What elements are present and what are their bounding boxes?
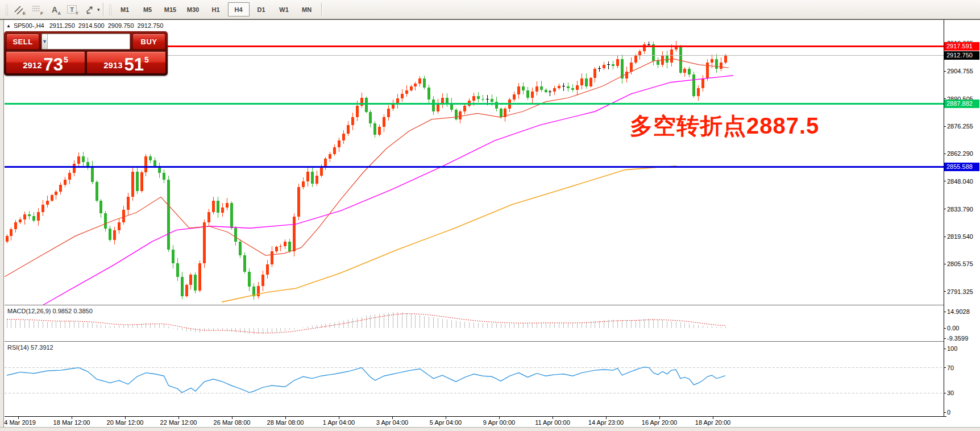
price-tag: 2855.588	[944, 163, 979, 171]
time-axis-label: 14 Apr 23:00	[588, 419, 624, 426]
timeframe-button-mn[interactable]: MN	[296, 2, 318, 16]
ma-slow-line	[222, 166, 676, 302]
volume-stepper: ▼ ▲	[41, 34, 130, 49]
timeframe-button-m5[interactable]: M5	[137, 2, 159, 16]
svg-text:A: A	[51, 5, 57, 14]
price-axis-label: 2904.755	[947, 68, 973, 74]
volume-input[interactable]	[48, 34, 130, 49]
rsi-scale-label: 0	[947, 409, 950, 416]
window-bottom-edge	[0, 427, 980, 431]
price-axis-label: 2819.540	[947, 233, 973, 240]
timeframe-button-w1[interactable]: W1	[273, 2, 295, 16]
low-value: 2909.750	[108, 22, 134, 29]
buy-price-sup: 5	[144, 55, 149, 64]
macd-scale-label: -9.3599	[947, 335, 968, 342]
rsi-value: 57.3912	[31, 344, 53, 351]
time-axis-label: 18 Mar 12:00	[53, 419, 90, 426]
timeframes-group: M1M5M15M30H1H4D1W1MN	[114, 2, 318, 16]
buy-price-button[interactable]: 2913 51 5	[87, 52, 165, 73]
sell-price-sup: 5	[64, 55, 68, 64]
fibonacci-tool-letter: F	[40, 11, 43, 16]
equidistant-channel-tool-letter: E	[23, 11, 26, 16]
time-axis-label: 1 Apr 04:00	[323, 419, 355, 426]
svg-text:T: T	[70, 6, 74, 13]
timeframe-button-m15[interactable]: M15	[160, 2, 181, 16]
sell-button[interactable]: SELL	[6, 34, 39, 49]
time-axis-label: 3 Apr 04:00	[376, 419, 408, 426]
volume-decrease-button[interactable]: ▼	[42, 34, 48, 49]
chart-annotation-text: 多空转折点2887.5	[630, 110, 819, 142]
time-axis-label: 14 Mar 2019	[1, 419, 36, 426]
rsi-line	[7, 367, 725, 393]
macd-scale-label: 14.9028	[947, 308, 970, 315]
rsi-scale-label: 100	[947, 345, 957, 352]
symbol-period-label: SP500-,H4	[14, 22, 44, 29]
text-tool-letter: A	[57, 11, 61, 16]
buy-button[interactable]: BUY	[132, 34, 165, 49]
fibonacci-tool-icon[interactable]: F	[28, 2, 45, 17]
chart-ohlc-header: ▲SP500-,H42911.2502914.5002909.7502912.7…	[6, 22, 167, 29]
time-axis-label: 20 Mar 12:00	[107, 419, 144, 426]
time-axis-label: 22 Mar 12:00	[160, 419, 197, 426]
price-tag: 2912.750	[944, 51, 979, 60]
timeframe-button-m1[interactable]: M1	[114, 2, 136, 16]
buy-price-prefix: 2913	[103, 60, 122, 70]
close-value: 2912.750	[138, 22, 164, 29]
ma-fast-line	[5, 59, 729, 277]
macd-scale-label: 0.00	[947, 325, 959, 331]
window-border	[0, 19, 980, 20]
label-tool-letter: T	[76, 11, 78, 16]
time-axis-label: 5 Apr 04:00	[430, 419, 462, 426]
equidistant-channel-tool-icon[interactable]: E	[11, 2, 27, 17]
timeframe-button-m30[interactable]: M30	[182, 2, 204, 16]
timeframe-button-d1[interactable]: D1	[251, 2, 272, 16]
time-axis-label: 16 Apr 20:00	[642, 419, 677, 426]
price-tag: 2917.591	[944, 42, 979, 51]
price-axis-label: 2805.575	[947, 260, 973, 267]
label-tool-icon[interactable]: TT	[64, 2, 80, 17]
time-axis-label: 9 Apr 00:00	[483, 419, 515, 426]
sell-price-big: 73	[44, 57, 63, 72]
rsi-scale-label: 30	[947, 389, 954, 396]
toolbar-separator	[103, 3, 103, 16]
price-axis-label: 2833.790	[947, 206, 973, 213]
macd-indicator-label: MACD(12,26,9) 0.9852 0.3850	[7, 308, 93, 314]
toolbar-drag-handle[interactable]	[5, 4, 8, 15]
toolbar-separator	[321, 3, 322, 16]
timeframe-button-h4[interactable]: H4	[228, 2, 250, 16]
time-axis-label: 28 Mar 08:00	[267, 419, 304, 426]
price-axis-label: 2791.325	[947, 288, 973, 295]
arrows-tool-icon[interactable]	[81, 2, 98, 17]
one-click-trading-panel: SELL ▼ ▲ BUY 2912 73 5 2913 51 5	[4, 31, 168, 76]
time-axis-label: 26 Mar 08:00	[214, 419, 251, 426]
macd-values: 0.9852 0.3850	[52, 308, 92, 314]
rsi-indicator-label: RSI(14) 57.3912	[7, 344, 53, 351]
drawing-tools-group: EFAATT	[10, 2, 98, 17]
text-tool-icon[interactable]: AA	[46, 2, 63, 17]
high-value: 2914.500	[78, 22, 105, 29]
price-axis-label: 2862.290	[947, 150, 973, 157]
toolbar-drag-handle[interactable]	[109, 4, 111, 15]
price-tag: 2887.882	[944, 100, 979, 108]
toolbar: EFAATT ▾ M1M5M15M30H1H4D1W1MN	[0, 0, 980, 19]
collapse-panel-arrow-icon[interactable]: ▲	[6, 23, 11, 28]
price-axis-label: 2848.040	[947, 178, 973, 185]
candles-layer	[6, 41, 727, 300]
timeframe-button-h1[interactable]: H1	[205, 2, 227, 16]
open-value: 2911.250	[49, 22, 75, 29]
sell-price-button[interactable]: 2912 73 5	[6, 52, 85, 73]
window-left-edge	[0, 20, 4, 427]
time-axis-label: 11 Apr 00:00	[535, 419, 570, 426]
price-axis-label: 2876.255	[947, 123, 973, 130]
rsi-scale-label: 70	[947, 364, 954, 371]
sell-price-prefix: 2912	[23, 60, 41, 70]
buy-price-big: 51	[124, 57, 144, 72]
time-axis-label: 18 Apr 20:00	[695, 419, 730, 426]
macd-histogram	[7, 312, 725, 334]
